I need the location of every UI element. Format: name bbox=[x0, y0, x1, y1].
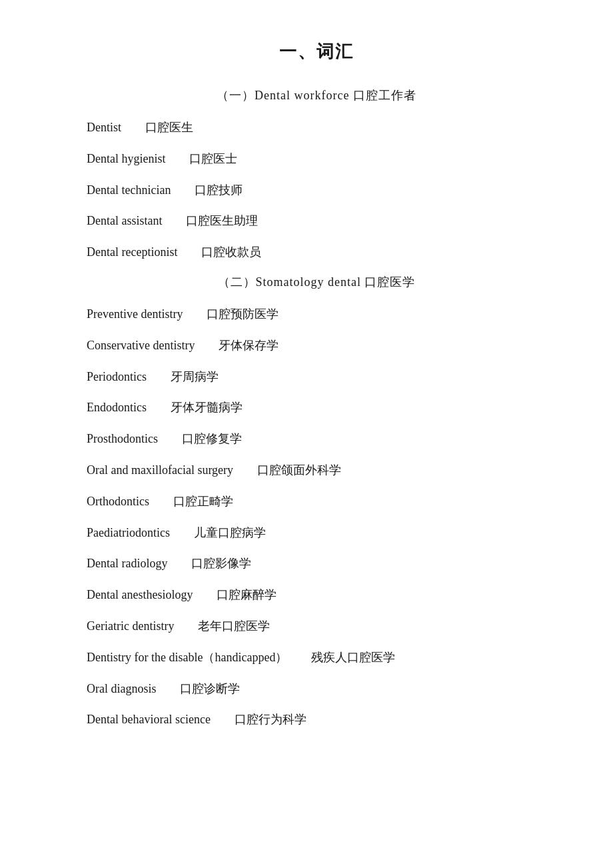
vocab-item: Dental behavioral science 口腔行为科学 bbox=[87, 710, 546, 729]
vocab-item: Dental assistant 口腔医生助理 bbox=[87, 211, 546, 231]
vocab-item: Endodontics 牙体牙髓病学 bbox=[87, 398, 546, 417]
vocab-item: Geriatric dentistry 老年口腔医学 bbox=[87, 617, 546, 636]
vocab-item: Orthodontics 口腔正畸学 bbox=[87, 492, 546, 511]
vocab-item: Oral diagnosis 口腔诊断学 bbox=[87, 679, 546, 699]
page-title: 一、词汇 bbox=[87, 40, 546, 63]
vocab-item: Dentistry for the disable（handicapped） 残… bbox=[87, 648, 546, 667]
vocab-item: Periodontics 牙周病学 bbox=[87, 367, 546, 387]
section2-items: Preventive dentistry 口腔预防医学Conservative … bbox=[87, 305, 546, 729]
vocab-item: Dental receptionist 口腔收款员 bbox=[87, 243, 546, 262]
vocab-item: Dental radiology 口腔影像学 bbox=[87, 554, 546, 573]
section1-items: Dentist 口腔医生Dental hygienist 口腔医士Dental … bbox=[87, 118, 546, 262]
vocab-item: Dental anesthesiology 口腔麻醉学 bbox=[87, 585, 546, 605]
vocab-item: Dentist 口腔医生 bbox=[87, 118, 546, 137]
vocab-item: Oral and maxillofacial surgery 口腔颌面外科学 bbox=[87, 461, 546, 480]
vocab-item: Dental technician 口腔技师 bbox=[87, 181, 546, 200]
vocab-item: Preventive dentistry 口腔预防医学 bbox=[87, 305, 546, 324]
vocab-item: Paediatriodontics 儿童口腔病学 bbox=[87, 523, 546, 543]
section1-header: （一）Dental workforce 口腔工作者 bbox=[87, 87, 546, 103]
section2-header: （二）Stomatology dental 口腔医学 bbox=[87, 274, 546, 290]
vocab-item: Prosthodontics 口腔修复学 bbox=[87, 429, 546, 449]
vocab-item: Conservative dentistry 牙体保存学 bbox=[87, 336, 546, 355]
vocab-item: Dental hygienist 口腔医士 bbox=[87, 149, 546, 169]
